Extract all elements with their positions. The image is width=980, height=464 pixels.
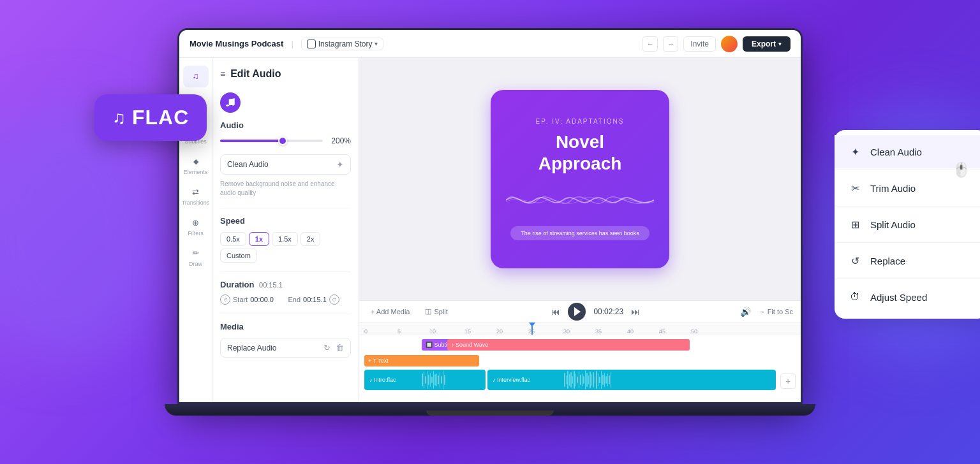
end-clock-icon: ⏱ bbox=[329, 294, 339, 305]
transitions-icon: ⇄ bbox=[189, 185, 202, 198]
audio-track-interview[interactable]: ♪ Interview.flac bbox=[487, 370, 776, 390]
podcast-title: NovelApproach bbox=[538, 131, 622, 174]
ruler-mark-0: 0 bbox=[364, 328, 368, 335]
speed-btn-custom[interactable]: Custom bbox=[220, 249, 257, 263]
volume-slider-track[interactable] bbox=[220, 140, 323, 142]
sidebar-elements-label: Elements bbox=[184, 169, 208, 175]
app-content: Movie Musings Podcast | Instagram Story … bbox=[179, 30, 801, 402]
sidebar-filters-label: Filters bbox=[188, 230, 204, 236]
ruler-mark-40: 40 bbox=[627, 328, 634, 335]
slider-fill bbox=[220, 140, 287, 142]
duration-label: Duration 00:15.1 bbox=[220, 280, 351, 289]
bg-blob-left bbox=[0, 105, 166, 359]
end-label: End bbox=[288, 296, 301, 303]
start-label: Start bbox=[233, 296, 248, 303]
forward-button[interactable]: → bbox=[663, 36, 678, 52]
speed-btn-2x[interactable]: 2x bbox=[301, 232, 321, 246]
audio-svg-icon bbox=[225, 97, 236, 108]
panel-header: ≡ Edit Audio bbox=[220, 66, 351, 82]
laptop-base bbox=[165, 404, 815, 416]
refresh-icon[interactable]: ↻ bbox=[323, 343, 330, 352]
adjust-speed-menu-label: Adjust Speed bbox=[870, 292, 927, 303]
instagram-icon bbox=[307, 40, 316, 48]
volume-value: 200% bbox=[328, 136, 351, 145]
add-media-button[interactable]: + Add Media bbox=[367, 307, 413, 317]
split-button[interactable]: ◫ Split bbox=[421, 306, 451, 317]
speed-btn-1x[interactable]: 1x bbox=[249, 232, 269, 246]
podcast-subtitle: The rise of streaming services has seen … bbox=[510, 226, 650, 240]
sidebar-item-filters[interactable]: ⊕ Filters bbox=[183, 212, 209, 240]
time-inputs: ⏱ Start 00:00.0 End 00:15.1 ⏱ bbox=[220, 294, 351, 305]
divider-3 bbox=[220, 314, 351, 314]
project-title: Movie Musings Podcast bbox=[189, 39, 283, 48]
filters-icon: ⊕ bbox=[189, 216, 202, 229]
ruler-mark-10: 10 bbox=[429, 328, 436, 335]
menu-item-split-audio[interactable]: ⊞ Split Audio bbox=[835, 208, 980, 241]
speed-btn-1.5x[interactable]: 1.5x bbox=[272, 232, 298, 246]
ep-label: EP. IV: ADAPTATIONS bbox=[536, 118, 625, 125]
elements-icon: ◆ bbox=[189, 155, 202, 168]
back-button[interactable]: ← bbox=[642, 36, 658, 52]
sidebar-item-audio[interactable]: ♫ bbox=[183, 66, 209, 87]
flac-label: FLAC bbox=[132, 106, 189, 129]
audio-track-1-label: ♪ Intro.flac bbox=[369, 377, 396, 383]
invite-button[interactable]: Invite bbox=[683, 36, 716, 52]
ruler-mark-30: 30 bbox=[563, 328, 570, 335]
volume-icon[interactable]: 🔊 bbox=[740, 307, 751, 317]
audio-icon: ♫ bbox=[189, 69, 202, 82]
timeline-area: + Add Media ◫ Split ⏮ bbox=[359, 300, 801, 402]
ruler-mark-15: 15 bbox=[464, 328, 471, 335]
track-row-subtitle: 🔲 Subtitle ♪ Sound Wave bbox=[364, 338, 796, 352]
next-button[interactable]: ⏭ bbox=[631, 307, 640, 317]
divider-1 bbox=[220, 208, 351, 208]
ruler-mark-35: 35 bbox=[595, 328, 602, 335]
export-button[interactable]: Export ▾ bbox=[743, 36, 791, 52]
clean-audio-menu-label: Clean Audio bbox=[870, 147, 922, 157]
chevron-down-icon: ▾ bbox=[375, 40, 378, 47]
ruler-mark-50: 50 bbox=[691, 328, 697, 335]
track-row-text: + T Text bbox=[364, 354, 796, 368]
clean-audio-row[interactable]: Clean Audio ✦ bbox=[220, 154, 351, 175]
text-track-label: + T Text bbox=[368, 358, 389, 364]
context-menu: ✦ Clean Audio ✂ Trim Audio ⊞ Split Audio… bbox=[835, 130, 980, 319]
menu-item-replace[interactable]: ↺ Replace bbox=[835, 244, 980, 277]
prev-button[interactable]: ⏮ bbox=[551, 307, 560, 317]
start-value: 00:00.0 bbox=[250, 296, 274, 303]
slider-thumb[interactable] bbox=[278, 136, 287, 145]
split-audio-icon: ⊞ bbox=[847, 217, 863, 232]
platform-label: Instagram Story bbox=[318, 40, 373, 48]
soundwave-track[interactable]: ♪ Sound Wave bbox=[447, 339, 690, 351]
avatar bbox=[721, 36, 738, 52]
wave-container bbox=[506, 184, 654, 216]
clean-audio-desc: Remove background noise and enhance audi… bbox=[220, 180, 351, 198]
playback-controls: ⏮ 00:02:23 ⏭ bbox=[459, 303, 732, 321]
replace-audio-label: Replace Audio bbox=[227, 344, 276, 352]
hamburger-icon[interactable]: ≡ bbox=[220, 69, 225, 79]
trash-icon[interactable]: 🗑 bbox=[336, 343, 344, 352]
menu-divider-3 bbox=[835, 242, 980, 243]
ruler-mark-20: 20 bbox=[496, 328, 503, 335]
volume-slider-row: 200% bbox=[220, 136, 351, 145]
fit-to-screen-button[interactable]: → Fit to Sc bbox=[759, 308, 793, 315]
sidebar-item-draw[interactable]: ✏ Draw bbox=[183, 243, 209, 271]
sidebar-item-transitions[interactable]: ⇄ Transitions bbox=[183, 182, 209, 210]
divider-2 bbox=[220, 272, 351, 272]
split-icon: ◫ bbox=[425, 307, 431, 315]
add-track-button[interactable]: + bbox=[780, 373, 796, 389]
sidebar-draw-label: Draw bbox=[189, 261, 202, 267]
replace-audio-row: Replace Audio ↻ 🗑 bbox=[220, 338, 351, 358]
play-button[interactable] bbox=[568, 303, 586, 321]
menu-divider-4 bbox=[835, 279, 980, 279]
duration-value: 00:15.1 bbox=[259, 281, 283, 289]
sidebar-item-elements[interactable]: ◆ Elements bbox=[183, 151, 209, 179]
text-track[interactable]: + T Text bbox=[364, 355, 479, 366]
export-chevron-icon: ▾ bbox=[778, 41, 782, 47]
adjust-speed-icon: ⏱ bbox=[847, 289, 863, 305]
speed-btn-0.5x[interactable]: 0.5x bbox=[220, 232, 246, 246]
topbar-nav: ← → Invite Export ▾ bbox=[642, 36, 791, 52]
replace-menu-label: Replace bbox=[870, 256, 905, 266]
playhead bbox=[531, 323, 533, 335]
audio-track-intro[interactable]: ♪ Intro.flac bbox=[364, 370, 486, 390]
platform-selector[interactable]: Instagram Story ▾ bbox=[301, 38, 384, 50]
menu-item-adjust-speed[interactable]: ⏱ Adjust Speed bbox=[835, 280, 980, 314]
